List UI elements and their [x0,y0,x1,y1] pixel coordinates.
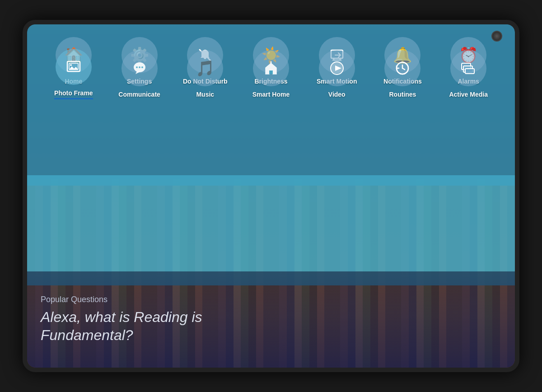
popular-questions-title: Popular Questions [41,295,282,304]
svg-point-7 [70,64,72,66]
popular-question-text: Alexa, what is Reading is Fundamental? [41,308,282,344]
smart-home-label: Smart Home [252,91,290,98]
nav-active-media[interactable]: Active Media [435,50,501,98]
nav-routines[interactable]: Routines [370,50,436,98]
active-media-icon [450,50,486,86]
communicate-icon [121,50,158,86]
video-label: Video [328,91,346,98]
bottom-icon-row: Photo Frame Communicate [27,53,515,89]
nav-communicate[interactable]: Communicate [107,50,173,98]
svg-point-11 [141,66,143,68]
active-media-label: Active Media [449,91,488,98]
music-icon: 🎵 [187,50,223,86]
icon-rows: 🏠 Home ⚙️ Settings Do Not Di [27,24,515,89]
video-icon [319,50,355,86]
routines-label: Routines [389,91,416,98]
routines-icon [384,50,421,86]
nav-photo-frame[interactable]: Photo Frame [41,49,107,99]
svg-rect-20 [465,69,474,74]
communicate-label: Communicate [118,91,160,98]
nav-smart-home[interactable]: Smart Home [238,50,304,98]
smart-home-icon [253,50,289,86]
svg-point-9 [136,66,138,68]
device-frame: 🏠 Home ⚙️ Settings Do Not Di [23,20,519,372]
photo-frame-icon [56,49,92,85]
nav-video[interactable]: Video [304,50,370,98]
nav-music[interactable]: 🎵 Music [172,50,238,98]
camera [491,31,502,42]
svg-rect-12 [269,70,273,74]
svg-point-10 [139,66,140,68]
photo-frame-label: Photo Frame [54,89,93,99]
bottom-panel [27,175,515,285]
svg-line-17 [402,68,405,70]
popular-questions-section: Popular Questions Alexa, what is Reading… [27,271,295,368]
screen: 🏠 Home ⚙️ Settings Do Not Di [27,24,515,368]
music-label: Music [196,91,214,98]
